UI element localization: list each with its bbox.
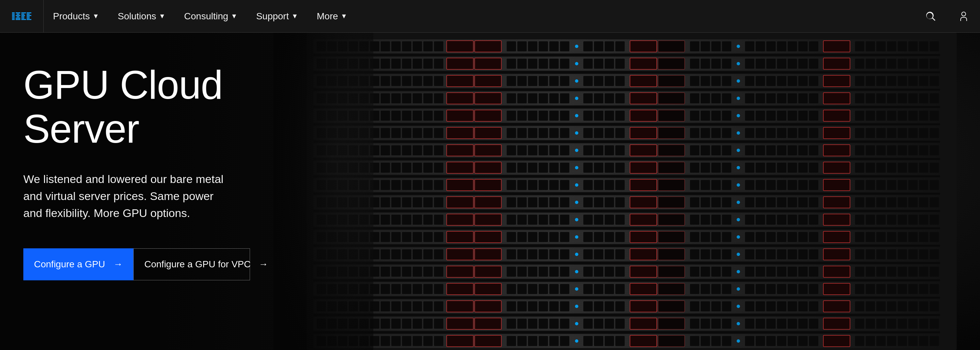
svg-rect-23 bbox=[27, 19, 31, 20]
svg-rect-2 bbox=[12, 15, 15, 16]
chevron-down-icon: ▼ bbox=[93, 12, 99, 20]
nav-item-support[interactable]: Support ▼ bbox=[247, 0, 307, 33]
svg-rect-78 bbox=[313, 106, 940, 108]
configure-gpu-vpc-button[interactable]: Configure a GPU for VPC → bbox=[133, 248, 250, 280]
nav-label-consulting: Consulting bbox=[184, 11, 228, 22]
svg-rect-15 bbox=[21, 16, 24, 18]
navbar: Products ▼ Solutions ▼ Consulting ▼ Supp… bbox=[0, 0, 980, 33]
user-profile-button[interactable] bbox=[947, 0, 980, 33]
hero-image bbox=[273, 33, 980, 350]
svg-rect-11 bbox=[16, 19, 20, 20]
svg-rect-77 bbox=[313, 89, 940, 91]
svg-rect-17 bbox=[21, 19, 26, 20]
chevron-down-icon: ▼ bbox=[159, 12, 165, 20]
svg-rect-89 bbox=[313, 297, 940, 299]
svg-rect-9 bbox=[17, 16, 19, 18]
nav-item-solutions[interactable]: Solutions ▼ bbox=[108, 0, 175, 33]
configure-gpu-button[interactable]: Configure a GPU → bbox=[23, 248, 133, 280]
svg-rect-14 bbox=[21, 15, 25, 16]
logo[interactable] bbox=[0, 0, 43, 33]
svg-rect-5 bbox=[12, 19, 15, 20]
svg-rect-87 bbox=[313, 262, 940, 264]
svg-rect-76 bbox=[313, 72, 940, 73]
svg-rect-4 bbox=[12, 18, 15, 19]
server-rack-visual bbox=[273, 33, 980, 350]
chevron-down-icon: ▼ bbox=[291, 12, 298, 20]
nav-links: Products ▼ Solutions ▼ Consulting ▼ Supp… bbox=[44, 0, 915, 33]
chevron-down-icon: ▼ bbox=[231, 12, 238, 20]
nav-label-products: Products bbox=[53, 11, 90, 22]
navbar-actions bbox=[915, 0, 980, 33]
svg-rect-91 bbox=[313, 331, 940, 333]
svg-rect-18 bbox=[27, 12, 31, 13]
svg-rect-20 bbox=[27, 15, 31, 16]
svg-rect-7 bbox=[17, 14, 19, 15]
svg-rect-12 bbox=[21, 12, 26, 13]
svg-rect-88 bbox=[313, 279, 940, 282]
svg-rect-19 bbox=[27, 14, 30, 15]
svg-rect-80 bbox=[313, 141, 940, 143]
svg-rect-0 bbox=[12, 12, 15, 13]
nav-label-support: Support bbox=[256, 11, 289, 22]
nav-label-solutions: Solutions bbox=[118, 11, 156, 22]
svg-rect-75 bbox=[313, 54, 940, 56]
svg-rect-21 bbox=[27, 16, 30, 18]
svg-rect-6 bbox=[16, 12, 20, 13]
svg-rect-85 bbox=[313, 228, 940, 229]
hero-section: GPU Cloud Server We listened and lowered… bbox=[0, 33, 980, 350]
svg-rect-8 bbox=[16, 15, 20, 16]
svg-rect-84 bbox=[313, 210, 940, 212]
svg-rect-13 bbox=[21, 14, 24, 15]
svg-rect-83 bbox=[313, 192, 940, 195]
user-icon bbox=[958, 11, 969, 22]
hero-description: We listened and lowered our bare metal a… bbox=[23, 171, 230, 222]
nav-item-consulting[interactable]: Consulting ▼ bbox=[175, 0, 247, 33]
svg-rect-22 bbox=[27, 18, 30, 19]
nav-item-products[interactable]: Products ▼ bbox=[44, 0, 108, 33]
nav-label-more: More bbox=[317, 11, 338, 22]
svg-rect-1 bbox=[12, 14, 15, 15]
svg-rect-16 bbox=[21, 18, 24, 19]
configure-gpu-label: Configure a GPU bbox=[34, 259, 105, 270]
svg-rect-86 bbox=[313, 245, 940, 247]
search-button[interactable] bbox=[915, 0, 947, 33]
arrow-right-icon: → bbox=[113, 259, 123, 270]
hero-title: GPU Cloud Server bbox=[23, 63, 250, 151]
hero-buttons: Configure a GPU → Configure a GPU for VP… bbox=[23, 248, 250, 280]
svg-rect-90 bbox=[313, 314, 940, 316]
search-icon bbox=[926, 11, 936, 22]
svg-rect-3 bbox=[12, 16, 15, 18]
chevron-down-icon: ▼ bbox=[340, 12, 347, 20]
nav-item-more[interactable]: More ▼ bbox=[307, 0, 357, 33]
hero-content: GPU Cloud Server We listened and lowered… bbox=[0, 33, 273, 350]
ibm-logo-icon bbox=[12, 12, 31, 20]
configure-gpu-vpc-label: Configure a GPU for VPC bbox=[144, 259, 251, 270]
svg-rect-10 bbox=[16, 18, 20, 19]
svg-rect-81 bbox=[313, 158, 940, 160]
svg-rect-79 bbox=[313, 123, 940, 125]
svg-rect-82 bbox=[313, 175, 940, 177]
arrow-right-icon: → bbox=[259, 259, 268, 270]
hero-image-fade bbox=[273, 33, 373, 350]
